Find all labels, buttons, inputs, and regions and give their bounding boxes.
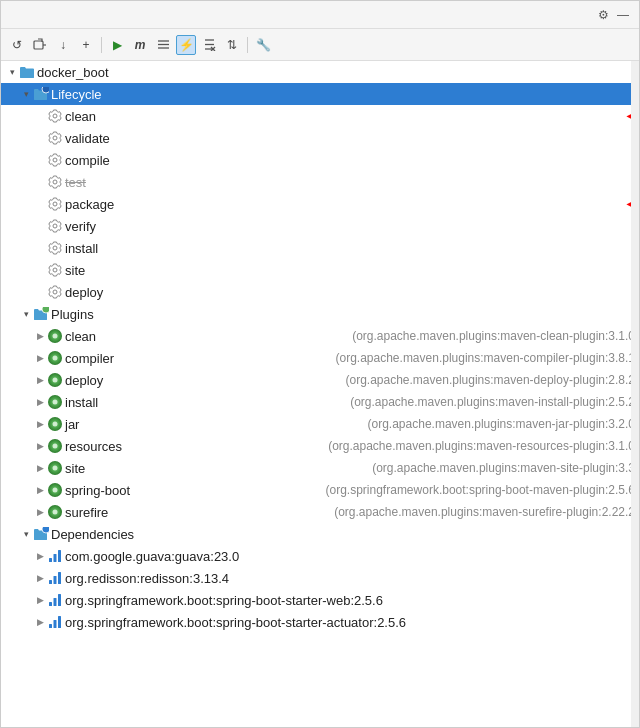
source-button[interactable]: ⇅ — [222, 35, 242, 55]
maven-button[interactable]: m — [130, 35, 150, 55]
child-0-0[interactable]: clean ◄ — [1, 105, 639, 127]
child-1-7[interactable]: ▶ spring-boot (org.springframework.boot:… — [1, 479, 639, 501]
child-1-0[interactable]: ▶ clean (org.apache.maven.plugins:maven-… — [1, 325, 639, 347]
toggle-button[interactable] — [153, 35, 173, 55]
child-2-0[interactable]: ▶ com.google.guava:guava:23.0 — [1, 545, 639, 567]
child-0-4[interactable]: package ◄ — [1, 193, 639, 215]
child-icon — [47, 482, 63, 498]
minimize-icon[interactable]: — — [615, 7, 631, 23]
download-button[interactable]: ↓ — [53, 35, 73, 55]
svg-rect-44 — [49, 558, 52, 562]
child-icon — [47, 570, 63, 586]
child-icon — [47, 504, 63, 520]
sec-arrow[interactable]: ▾ — [19, 87, 33, 101]
execute-button[interactable]: ⚡ — [176, 35, 196, 55]
section-0[interactable]: ▾ Lifecycle — [1, 83, 639, 105]
child-detail: (org.apache.maven.plugins:maven-deploy-p… — [345, 373, 639, 387]
child-2-1[interactable]: ▶ org.redisson:redisson:3.13.4 — [1, 567, 639, 589]
section-1[interactable]: ▾ Plugins — [1, 303, 639, 325]
lifecycle-button[interactable] — [199, 35, 219, 55]
child-0-2[interactable]: compile — [1, 149, 639, 171]
svg-rect-0 — [34, 41, 43, 49]
child-arrow[interactable]: ▶ — [33, 351, 47, 365]
child-arrow[interactable]: ▶ — [33, 329, 47, 343]
run-button[interactable]: ▶ — [107, 35, 127, 55]
svg-point-14 — [53, 136, 57, 140]
child-detail: (org.apache.maven.plugins:maven-site-plu… — [372, 461, 639, 475]
child-label: site — [65, 461, 369, 476]
svg-point-29 — [53, 378, 58, 383]
svg-rect-47 — [49, 580, 52, 584]
child-arrow[interactable]: ▶ — [33, 571, 47, 585]
svg-point-16 — [53, 180, 57, 184]
child-arrow-empty — [33, 219, 47, 233]
svg-point-18 — [53, 224, 57, 228]
child-arrow[interactable]: ▶ — [33, 395, 47, 409]
child-1-5[interactable]: ▶ resources (org.apache.maven.plugins:ma… — [1, 435, 639, 457]
child-label: jar — [65, 417, 365, 432]
toolbar-sep-2 — [247, 37, 248, 53]
child-arrow[interactable]: ▶ — [33, 615, 47, 629]
root-icon — [19, 64, 35, 80]
child-arrow[interactable]: ▶ — [33, 483, 47, 497]
child-1-3[interactable]: ▶ install (org.apache.maven.plugins:mave… — [1, 391, 639, 413]
sec-arrow[interactable]: ▾ — [19, 307, 33, 321]
child-label: deploy — [65, 285, 639, 300]
tree-container: ▾ docker_boot ▾ Lifecycle clean ◄ valida… — [1, 61, 639, 633]
child-arrow[interactable]: ▶ — [33, 439, 47, 453]
child-arrow[interactable]: ▶ — [33, 417, 47, 431]
svg-point-15 — [53, 158, 57, 162]
child-0-7[interactable]: site — [1, 259, 639, 281]
svg-point-20 — [53, 268, 57, 272]
child-arrow[interactable]: ▶ — [33, 593, 47, 607]
child-1-8[interactable]: ▶ surefire (org.apache.maven.plugins:mav… — [1, 501, 639, 523]
child-icon — [47, 438, 63, 454]
child-icon — [47, 394, 63, 410]
child-icon — [47, 130, 63, 146]
child-icon — [47, 284, 63, 300]
child-label: compile — [65, 153, 639, 168]
child-arrow[interactable]: ▶ — [33, 461, 47, 475]
child-icon — [47, 328, 63, 344]
reimport-button[interactable] — [30, 35, 50, 55]
scrollbar[interactable] — [631, 61, 639, 727]
child-2-2[interactable]: ▶ org.springframework.boot:spring-boot-s… — [1, 589, 639, 611]
settings-button[interactable]: 🔧 — [253, 35, 273, 55]
child-label: org.redisson:redisson:3.13.4 — [65, 571, 639, 586]
child-icon — [47, 152, 63, 168]
child-arrow-empty — [33, 109, 47, 123]
svg-point-23 — [42, 307, 49, 313]
child-0-8[interactable]: deploy — [1, 281, 639, 303]
child-arrow[interactable]: ▶ — [33, 549, 47, 563]
svg-rect-55 — [58, 616, 61, 628]
child-arrow[interactable]: ▶ — [33, 505, 47, 519]
child-icon — [47, 218, 63, 234]
svg-rect-52 — [58, 594, 61, 606]
add-button[interactable]: + — [76, 35, 96, 55]
child-arrow[interactable]: ▶ — [33, 373, 47, 387]
svg-point-35 — [53, 444, 58, 449]
child-detail: (org.apache.maven.plugins:maven-install-… — [350, 395, 639, 409]
child-0-3[interactable]: test — [1, 171, 639, 193]
child-icon — [47, 548, 63, 564]
child-icon — [47, 196, 63, 212]
gear-icon[interactable]: ⚙ — [595, 7, 611, 23]
child-0-1[interactable]: validate — [1, 127, 639, 149]
child-0-5[interactable]: verify — [1, 215, 639, 237]
refresh-button[interactable]: ↺ — [7, 35, 27, 55]
root-arrow[interactable]: ▾ — [5, 65, 19, 79]
child-0-6[interactable]: install — [1, 237, 639, 259]
child-2-3[interactable]: ▶ org.springframework.boot:spring-boot-s… — [1, 611, 639, 633]
child-1-6[interactable]: ▶ site (org.apache.maven.plugins:maven-s… — [1, 457, 639, 479]
sec-label: Plugins — [51, 307, 639, 322]
child-arrow-empty — [33, 153, 47, 167]
child-1-1[interactable]: ▶ compiler (org.apache.maven.plugins:mav… — [1, 347, 639, 369]
section-2[interactable]: ▾ Dependencies — [1, 523, 639, 545]
child-icon — [47, 592, 63, 608]
sec-arrow[interactable]: ▾ — [19, 527, 33, 541]
svg-point-31 — [53, 400, 58, 405]
tree-root[interactable]: ▾ docker_boot — [1, 61, 639, 83]
child-label: org.springframework.boot:spring-boot-sta… — [65, 593, 639, 608]
child-1-2[interactable]: ▶ deploy (org.apache.maven.plugins:maven… — [1, 369, 639, 391]
child-1-4[interactable]: ▶ jar (org.apache.maven.plugins:maven-ja… — [1, 413, 639, 435]
